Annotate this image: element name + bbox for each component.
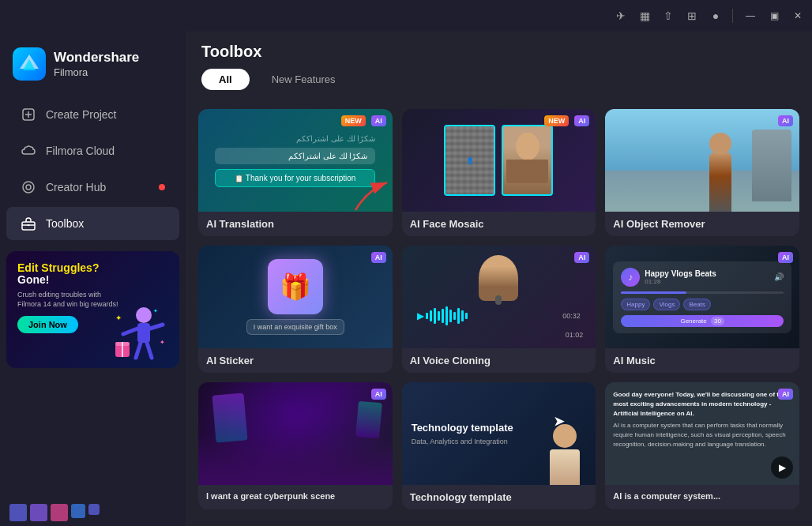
card-ai-voice-cloning[interactable]: ▶ 00:3 xyxy=(402,246,596,373)
music-note-icon: ♪ xyxy=(621,268,640,287)
badge-ai-3: AI xyxy=(778,115,793,126)
music-inner-card: ♪ Happy Vlogs Beats 01:28 🔊 xyxy=(613,261,791,333)
music-header: ♪ Happy Vlogs Beats 01:28 🔊 xyxy=(621,268,784,287)
ai-text-thumbnail: Good day everyone! Today, we'll be discu… xyxy=(605,382,799,485)
color-swatches xyxy=(0,499,186,526)
object-thumb-bg xyxy=(605,109,799,212)
card-ai-translation[interactable]: شكرًا لك على اشتراككم شكرًا لك على اشترا… xyxy=(198,109,393,236)
promo-join-button[interactable]: Join Now xyxy=(17,316,78,333)
face-blurred: 👤 xyxy=(444,125,495,196)
app-logo xyxy=(13,47,46,81)
ai-face-mosaic-thumbnail: 👤 AI NEW xyxy=(402,109,596,212)
divider xyxy=(732,9,733,23)
creator-hub-icon xyxy=(21,179,36,195)
tabs: All New Features xyxy=(201,69,796,90)
monitor-icon[interactable]: ▦ xyxy=(637,9,652,23)
tech-template-thumbnail: Technology template Data, Analytics and … xyxy=(402,382,596,485)
voice-person xyxy=(479,255,518,301)
grid-icon[interactable]: ⊞ xyxy=(685,9,699,23)
sticker-input-text: I want an exquisite gift box xyxy=(246,319,344,335)
badge-ai-1: AI xyxy=(371,115,386,126)
page-title: Toolbox xyxy=(201,43,796,61)
sidebar-item-creator-hub[interactable]: Creator Hub xyxy=(6,171,179,204)
progress-bar xyxy=(621,291,784,294)
badge-ai-7: AI xyxy=(371,389,386,400)
sticker-thumb-bg: 🎁 I want an exquisite gift box xyxy=(198,246,393,348)
volume-icon: 🔊 xyxy=(774,272,784,281)
svg-line-13 xyxy=(150,325,163,329)
sidebar-item-toolbox[interactable]: Toolbox xyxy=(6,207,179,240)
music-time: 01:28 xyxy=(645,278,716,285)
card-dark-scene[interactable]: AI I want a great cyberpunk scene xyxy=(198,382,393,509)
voice-thumb-bg: ▶ 00:3 xyxy=(402,246,596,348)
svg-rect-9 xyxy=(28,224,30,226)
ai-face-mosaic-label: AI Face Mosaic xyxy=(402,212,596,236)
arabic-text: شكرًا لك على اشتراككم xyxy=(215,148,375,164)
promo-banner: Edit Struggles? Gone! Crush editing trou… xyxy=(6,251,179,368)
translation-result: 📋 Thank you for your subscription xyxy=(215,169,375,187)
toolbox-icon xyxy=(21,216,36,231)
badge-ai-9: AI xyxy=(778,389,793,400)
filmora-cloud-icon xyxy=(21,143,36,159)
template-subtitle-text: Data, Analytics and Integration xyxy=(412,438,517,445)
close-button[interactable]: ✕ xyxy=(790,8,806,24)
thank-you-text: Thank you for your subscription xyxy=(246,174,356,182)
play-button-overlay[interactable]: ▶ xyxy=(771,456,793,479)
badge-ai-5: AI xyxy=(574,252,589,263)
ai-voice-cloning-label: AI Voice Cloning xyxy=(402,348,596,373)
svg-text:✦: ✦ xyxy=(115,314,122,322)
card-ai-object-remover[interactable]: AI AI Object Remover xyxy=(605,109,799,236)
generate-label: Generate xyxy=(680,317,706,325)
card-ai-face-mosaic[interactable]: 👤 AI NEW AI Face Mosaic xyxy=(402,109,596,236)
ai-music-thumbnail: ♪ Happy Vlogs Beats 01:28 🔊 xyxy=(605,246,799,348)
card-grid: شكرًا لك على اشتراككم شكرًا لك على اشترا… xyxy=(186,101,812,526)
svg-text:✦: ✦ xyxy=(160,339,165,346)
template-person xyxy=(543,406,586,485)
tab-new-features[interactable]: New Features xyxy=(254,69,353,90)
bell-icon[interactable]: ● xyxy=(709,9,723,23)
dark-scene-label: I want a great cyberpunk scene xyxy=(198,485,393,507)
title-bar: ✈ ▦ ⇧ ⊞ ● — ▣ ✕ xyxy=(0,0,812,32)
notification-dot xyxy=(159,184,165,190)
template-arrow: ➤ xyxy=(554,414,564,429)
ai-translation-thumbnail: شكرًا لك على اشتراككم شكرًا لك على اشترا… xyxy=(198,109,393,212)
template-title-text: Technology template xyxy=(412,422,517,434)
swatch-1 xyxy=(9,504,27,521)
content-header: Toolbox All New Features xyxy=(186,32,812,96)
swatch-4 xyxy=(71,504,85,518)
svg-text:✦: ✦ xyxy=(153,308,158,314)
ai-text-content: Good day everyone! Today, we'll be discu… xyxy=(613,390,791,449)
upload-icon[interactable]: ⇧ xyxy=(661,9,675,23)
swatch-5 xyxy=(88,504,100,515)
svg-line-15 xyxy=(147,343,152,358)
promo-title1: Edit Struggles? xyxy=(17,262,168,274)
minimize-button[interactable]: — xyxy=(742,8,758,24)
promo-illustration: ✦ ✦ ✦ xyxy=(111,297,175,368)
card-ai-music[interactable]: ♪ Happy Vlogs Beats 01:28 🔊 xyxy=(605,246,799,373)
face-person xyxy=(502,125,553,196)
arabic-text-top: شكرًا لك على اشتراككم xyxy=(215,134,375,143)
sticker-gift-box: 🎁 xyxy=(268,259,323,314)
card-ai-text[interactable]: Good day everyone! Today, we'll be discu… xyxy=(605,382,799,509)
ai-object-remover-thumbnail: AI xyxy=(605,109,799,212)
svg-rect-11 xyxy=(137,323,150,343)
sidebar-item-create-project[interactable]: Create Project xyxy=(6,98,179,131)
send-icon[interactable]: ✈ xyxy=(614,9,628,23)
sidebar-item-filmora-cloud[interactable]: Filmora Cloud xyxy=(6,134,179,167)
badge-ai-6: AI xyxy=(778,252,793,263)
music-title: Happy Vlogs Beats xyxy=(645,269,716,278)
tab-all[interactable]: All xyxy=(201,69,250,90)
card-tech-template[interactable]: Technology template Data, Analytics and … xyxy=(402,382,596,509)
toolbox-label: Toolbox xyxy=(46,217,165,230)
promo-title2: Gone! xyxy=(17,274,168,286)
ai-music-label: AI Music xyxy=(605,348,799,373)
tag-beats: Beats xyxy=(683,299,710,310)
logo-text: Wondershare Filmora xyxy=(54,50,139,77)
maximize-button[interactable]: ▣ xyxy=(766,8,782,24)
swatch-2 xyxy=(30,504,47,521)
ai-text-label: AI is a computer system... xyxy=(605,485,799,507)
create-project-label: Create Project xyxy=(46,108,165,121)
ai-sticker-thumbnail: 🎁 I want an exquisite gift box AI xyxy=(198,246,393,348)
card-ai-sticker[interactable]: 🎁 I want an exquisite gift box AI AI Sti… xyxy=(198,246,393,373)
music-generate-button[interactable]: Generate 30 xyxy=(621,315,784,327)
